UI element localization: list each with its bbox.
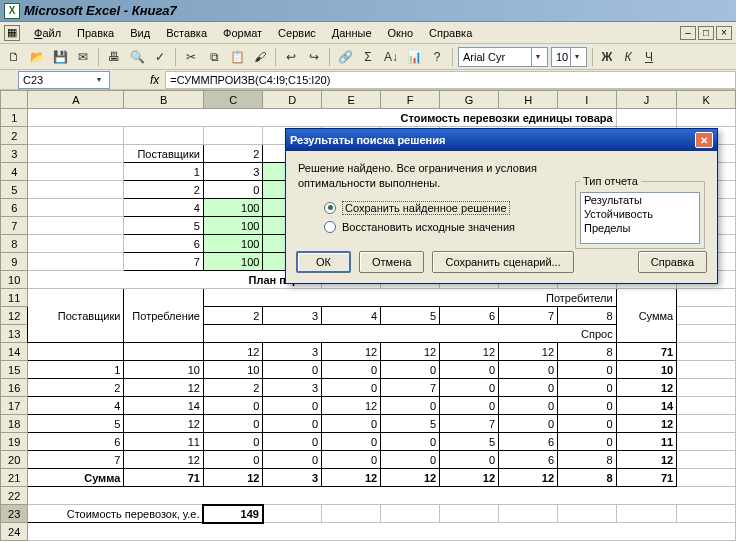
new-icon[interactable]: 🗋 — [4, 47, 24, 67]
cell[interactable]: 0 — [381, 451, 440, 469]
bold-button[interactable]: Ж — [598, 47, 616, 67]
open-icon[interactable]: 📂 — [27, 47, 47, 67]
col-K[interactable]: K — [677, 91, 736, 109]
row-10[interactable]: 10 — [1, 271, 28, 289]
cell[interactable]: 0 — [440, 397, 499, 415]
cell[interactable]: 12 — [616, 415, 677, 433]
cell[interactable]: 12 — [124, 415, 204, 433]
row-22[interactable]: 22 — [1, 487, 28, 505]
sort-asc-icon[interactable]: A↓ — [381, 47, 401, 67]
chevron-down-icon[interactable]: ▾ — [93, 71, 105, 89]
col-A[interactable]: A — [28, 91, 124, 109]
menu-view[interactable]: Вид — [122, 25, 158, 41]
chart-icon[interactable]: 📊 — [404, 47, 424, 67]
underline-button[interactable]: Ч — [640, 47, 658, 67]
cell[interactable]: 12 — [124, 451, 204, 469]
cell[interactable]: 5 — [124, 217, 204, 235]
cell[interactable]: 0 — [263, 451, 322, 469]
cell[interactable]: 10 — [616, 361, 677, 379]
cell[interactable]: 5 — [440, 433, 499, 451]
chevron-down-icon[interactable]: ▾ — [570, 48, 582, 66]
cell[interactable]: 2 — [203, 379, 262, 397]
dialog-titlebar[interactable]: Результаты поиска решения ✕ — [286, 129, 717, 151]
cell[interactable]: 0 — [499, 361, 558, 379]
col-H[interactable]: H — [499, 91, 558, 109]
cell[interactable]: Сумма — [616, 289, 677, 343]
row-18[interactable]: 18 — [1, 415, 28, 433]
help-button[interactable]: Справка — [638, 251, 707, 273]
cell[interactable]: 0 — [381, 433, 440, 451]
menu-data[interactable]: Данные — [324, 25, 380, 41]
chevron-down-icon[interactable]: ▾ — [531, 48, 543, 66]
cell[interactable]: 3 — [263, 307, 322, 325]
cell[interactable]: 0 — [263, 361, 322, 379]
cell[interactable]: 6 — [499, 451, 558, 469]
doc-icon[interactable]: ▦ — [4, 25, 20, 41]
row-15[interactable]: 15 — [1, 361, 28, 379]
row-20[interactable]: 20 — [1, 451, 28, 469]
cancel-button[interactable]: Отмена — [359, 251, 424, 273]
cell[interactable]: 0 — [203, 415, 262, 433]
cell[interactable]: 71 — [616, 469, 677, 487]
cell[interactable]: 0 — [322, 451, 381, 469]
cell[interactable]: 12 — [381, 469, 440, 487]
font-select[interactable]: Arial Cyr ▾ — [458, 47, 548, 67]
save-icon[interactable]: 💾 — [50, 47, 70, 67]
cell[interactable]: 8 — [558, 307, 617, 325]
list-item[interactable]: Пределы — [581, 221, 699, 235]
cell[interactable]: 12 — [322, 343, 381, 361]
help2-icon[interactable]: ? — [427, 47, 447, 67]
menu-edit[interactable]: Правка — [69, 25, 122, 41]
cell[interactable]: Потребление — [124, 289, 204, 343]
row-23[interactable]: 23 — [1, 505, 28, 523]
cell[interactable]: 10 — [203, 361, 262, 379]
preview-icon[interactable]: 🔍 — [127, 47, 147, 67]
cell[interactable]: 12 — [381, 343, 440, 361]
row-13[interactable]: 13 — [1, 325, 28, 343]
save-scenario-button[interactable]: Сохранить сценарий... — [432, 251, 573, 273]
cell[interactable]: 12 — [440, 469, 499, 487]
cell[interactable]: 4 — [124, 199, 204, 217]
sum-icon[interactable]: Σ — [358, 47, 378, 67]
cell[interactable]: 0 — [558, 397, 617, 415]
cell[interactable]: 1 — [124, 163, 204, 181]
redo-icon[interactable]: ↪ — [304, 47, 324, 67]
fontsize-select[interactable]: 10 ▾ — [551, 47, 587, 67]
cell[interactable]: 12 — [203, 343, 262, 361]
cell[interactable]: Поставщики — [124, 145, 204, 163]
col-F[interactable]: F — [381, 91, 440, 109]
cell[interactable]: 0 — [381, 397, 440, 415]
cell[interactable]: 2 — [124, 181, 204, 199]
cell[interactable]: 4 — [28, 397, 124, 415]
cell[interactable]: 0 — [263, 433, 322, 451]
cell[interactable]: 0 — [558, 415, 617, 433]
cell[interactable]: 11 — [124, 433, 204, 451]
restore-icon[interactable]: □ — [698, 26, 714, 40]
col-E[interactable]: E — [322, 91, 381, 109]
fx-icon[interactable]: fx — [150, 73, 159, 87]
cell[interactable]: 0 — [558, 361, 617, 379]
cell[interactable]: 5 — [381, 307, 440, 325]
cell[interactable]: 3 — [263, 469, 322, 487]
cell[interactable]: 0 — [322, 379, 381, 397]
cell[interactable]: 11 — [616, 433, 677, 451]
cell[interactable]: 6 — [124, 235, 204, 253]
cell[interactable]: 14 — [616, 397, 677, 415]
cell[interactable]: 12 — [499, 469, 558, 487]
col-D[interactable]: D — [263, 91, 322, 109]
cell[interactable]: 0 — [203, 181, 262, 199]
cell[interactable]: 7 — [440, 415, 499, 433]
select-all[interactable] — [1, 91, 28, 109]
menu-format[interactable]: Формат — [215, 25, 270, 41]
cell[interactable]: 12 — [203, 469, 262, 487]
cell[interactable]: 0 — [440, 379, 499, 397]
cell[interactable]: 14 — [124, 397, 204, 415]
print-icon[interactable]: 🖶 — [104, 47, 124, 67]
cell[interactable]: 71 — [124, 469, 204, 487]
row-24[interactable]: 24 — [1, 523, 28, 541]
row-17[interactable]: 17 — [1, 397, 28, 415]
cut-icon[interactable]: ✂ — [181, 47, 201, 67]
cell[interactable]: 6 — [440, 307, 499, 325]
cell[interactable]: 0 — [263, 397, 322, 415]
cell[interactable]: Поставщики — [28, 289, 124, 343]
